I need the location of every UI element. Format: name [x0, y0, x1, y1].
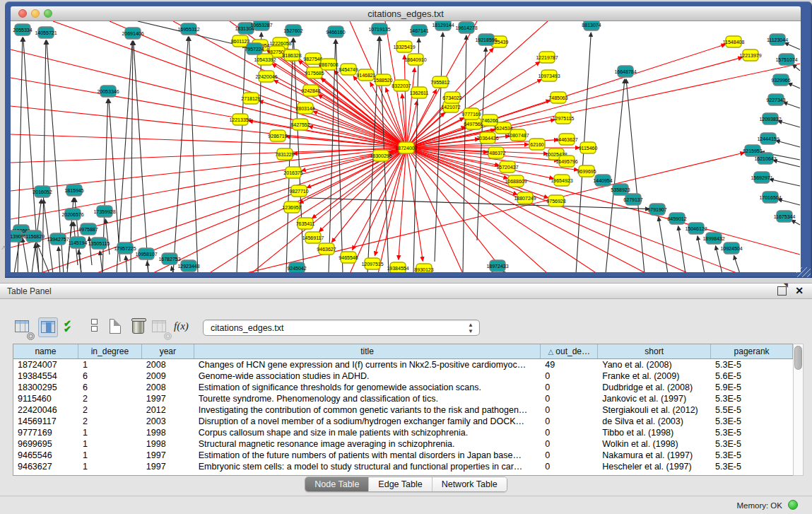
table-cell[interactable]: 0 — [541, 438, 598, 450]
citation-edge[interactable] — [788, 83, 800, 88]
network-canvas[interactable]: 1830029586011238912954122260589827509105… — [11, 21, 801, 272]
panel-splitter[interactable]: ▴ — [0, 278, 812, 283]
table-cell[interactable]: Yano et al. (2008) — [598, 359, 711, 370]
column-header-pagerank[interactable]: pagerank — [711, 344, 793, 358]
citation-edge[interactable] — [792, 64, 800, 71]
table-cell[interactable]: 1997 — [142, 450, 194, 461]
table-cell[interactable]: 0 — [541, 382, 598, 393]
table-cell[interactable]: Changes of HCN gene expression and I(f) … — [194, 359, 541, 370]
table-cell[interactable]: 6 — [78, 370, 142, 382]
table-cell[interactable]: 0 — [541, 370, 598, 382]
table-cell[interactable]: 18724007 — [13, 359, 78, 370]
table-cell[interactable]: Wolkin et al. (1998) — [598, 438, 711, 450]
citation-edge[interactable] — [406, 148, 423, 261]
table-row[interactable]: 946362711997Embryonic stem cells: a mode… — [13, 461, 793, 472]
citation-edge[interactable] — [463, 35, 466, 272]
select-all-button[interactable]: ✔✔ — [62, 317, 82, 337]
table-cell[interactable]: Tibbo et al. (1998) — [598, 427, 711, 438]
table-row[interactable]: 977716911998Corpus callosum shape and si… — [13, 427, 793, 438]
citation-edge[interactable] — [406, 101, 417, 148]
table-cell[interactable]: Franke et al. (2009) — [598, 370, 711, 382]
table-cell[interactable]: Disruption of a novel member of a sodium… — [194, 416, 541, 427]
table-cell[interactable]: 5.3E-5 — [711, 450, 793, 461]
citation-edge[interactable] — [117, 41, 132, 272]
citation-edge[interactable] — [734, 255, 740, 272]
table-row[interactable]: 1830029562008Estimation of significance … — [13, 382, 793, 393]
citation-edge[interactable] — [783, 103, 800, 108]
citation-edge[interactable] — [698, 236, 705, 272]
table-cell[interactable]: 2 — [78, 404, 142, 416]
show-column-button[interactable] — [38, 317, 58, 337]
citation-edge[interactable] — [659, 217, 668, 272]
cell-mode-button[interactable] — [84, 317, 104, 337]
table-cell[interactable]: 9699695 — [13, 438, 78, 450]
table-cell[interactable]: 14569117 — [13, 416, 78, 427]
memory-status-icon[interactable] — [788, 500, 798, 510]
table-cell[interactable]: 5.3E-5 — [711, 461, 793, 472]
table-row[interactable]: 911546021997Tourette syndrome. Phenomeno… — [13, 393, 793, 404]
table-cell[interactable]: Genome-wide association studies in ADHD. — [194, 370, 541, 382]
table-cell[interactable]: 9463627 — [13, 461, 78, 472]
table-cell[interactable]: 1997 — [142, 393, 194, 404]
table-cell[interactable]: 1 — [78, 359, 142, 370]
delete-button[interactable] — [129, 317, 148, 337]
table-cell[interactable]: 0 — [541, 450, 598, 461]
table-row[interactable]: 946554611997Estimation of the future num… — [13, 450, 793, 461]
citation-edge[interactable] — [778, 121, 800, 127]
table-cell[interactable]: 5.3E-5 — [711, 359, 793, 370]
table-cell[interactable]: 2008 — [142, 359, 194, 370]
table-cell[interactable]: 5.9E-5 — [711, 382, 793, 393]
tab-network-table[interactable]: Network Table — [433, 477, 507, 491]
table-cell[interactable]: 2009 — [142, 370, 194, 382]
table-row[interactable]: 2242004622012Investigating the contribut… — [13, 404, 793, 416]
citation-edge[interactable] — [375, 148, 406, 255]
table-cell[interactable]: 5.6E-5 — [711, 370, 793, 382]
citation-edge[interactable] — [134, 41, 148, 272]
table-cell[interactable]: Estimation of significance thresholds fo… — [194, 382, 541, 393]
table-cell[interactable]: 5.3E-5 — [711, 438, 793, 450]
citation-edge[interactable] — [792, 220, 800, 225]
table-cell[interactable]: 1998 — [142, 438, 194, 450]
table-cell[interactable]: 9115460 — [13, 393, 78, 404]
table-cell[interactable]: 2008 — [142, 382, 194, 393]
table-cell[interactable]: 1 — [78, 427, 142, 438]
table-cell[interactable]: Nakamura et al. (1997) — [598, 450, 711, 461]
table-cell[interactable]: 5.3E-5 — [711, 393, 793, 404]
citation-edge[interactable] — [770, 179, 800, 186]
table-row[interactable]: 1456911722003Disruption of a novel membe… — [13, 416, 793, 427]
citation-edge[interactable] — [778, 199, 800, 205]
table-vertical-scrollbar[interactable] — [793, 344, 804, 476]
column-header-year[interactable]: year — [142, 344, 194, 358]
table-cell[interactable]: 5.3E-5 — [711, 416, 793, 427]
citation-edge[interactable] — [784, 42, 800, 49]
table-cell[interactable]: 6 — [78, 382, 142, 393]
window-titlebar[interactable]: citations_edges.txt — [11, 6, 801, 21]
citation-edge[interactable] — [14, 238, 20, 272]
table-cell[interactable]: Estimation of the future numbers of pati… — [194, 450, 541, 461]
new-table-button[interactable] — [106, 317, 126, 337]
table-cell[interactable]: 5.3E-5 — [711, 427, 793, 438]
table-row[interactable]: 1938455462009Genome-wide association stu… — [13, 370, 793, 382]
table-cell[interactable]: 1 — [78, 450, 142, 461]
citation-edge[interactable] — [406, 144, 529, 148]
table-cell[interactable]: Stergiakouli et al. (2012) — [598, 404, 711, 416]
citation-edge[interactable] — [100, 251, 102, 272]
table-cell[interactable]: 49 — [541, 359, 598, 370]
table-cell[interactable]: 1 — [78, 461, 142, 472]
citation-edge[interactable] — [105, 219, 110, 255]
citation-edge[interactable] — [776, 141, 800, 147]
float-panel-icon[interactable] — [777, 286, 787, 296]
column-header-out_de[interactable]: △out_de… — [541, 344, 598, 358]
close-panel-icon[interactable]: ✕ — [795, 285, 804, 296]
table-row[interactable]: 1872400712008Changes of HCN gene express… — [13, 359, 793, 370]
column-header-in_degree[interactable]: in_degree — [78, 344, 142, 358]
table-cell[interactable]: 2 — [78, 393, 142, 404]
table-cell[interactable]: 2 — [78, 416, 142, 427]
table-cell[interactable]: 9465546 — [13, 450, 78, 461]
tab-node-table[interactable]: Node Table — [305, 477, 369, 491]
citation-edge[interactable] — [678, 226, 686, 272]
tab-edge-table[interactable]: Edge Table — [369, 477, 432, 491]
citation-edge[interactable] — [244, 153, 744, 272]
column-header-title[interactable]: title — [194, 344, 541, 358]
table-cell[interactable]: 1997 — [142, 461, 194, 472]
